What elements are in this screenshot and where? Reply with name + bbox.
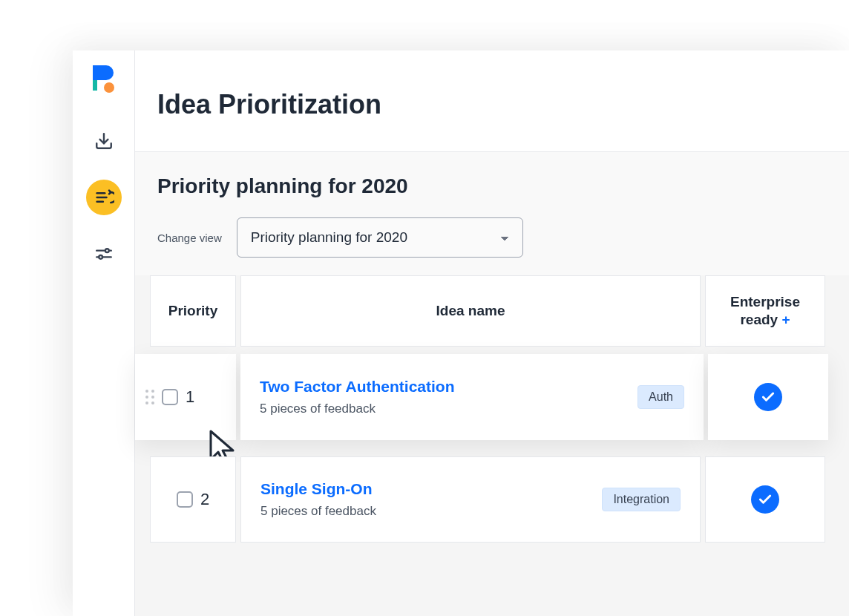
enterprise-cell: [705, 456, 825, 543]
view-section: Priority planning for 2020 Change view P…: [135, 152, 849, 275]
check-circle-icon: [751, 485, 779, 514]
idea-text: Single Sign-On 5 pieces of feedback: [260, 480, 376, 519]
table-row[interactable]: 2 Single Sign-On 5 pieces of feedback In…: [135, 456, 849, 543]
svg-point-7: [105, 249, 108, 252]
idea-cell: Two Factor Authentication 5 pieces of fe…: [240, 354, 704, 440]
download-icon[interactable]: [86, 123, 122, 159]
svg-point-9: [99, 255, 102, 259]
table-body: 1 Two Factor Authentication 5 pieces of …: [135, 354, 849, 543]
column-enterprise-ready[interactable]: Enterprise ready +: [705, 275, 825, 347]
add-column-icon[interactable]: +: [781, 312, 790, 327]
page-title: Idea Prioritization: [157, 89, 827, 120]
caret-down-icon: [500, 229, 509, 246]
table-header: Priority Idea name Enterprise ready +: [135, 275, 849, 347]
check-circle-icon: [754, 383, 782, 411]
idea-feedback-count: 5 pieces of feedback: [260, 504, 376, 519]
page-header: Idea Prioritization: [135, 50, 849, 152]
table-area: Priority Idea name Enterprise ready + 1: [135, 275, 849, 616]
view-select[interactable]: Priority planning for 2020: [237, 217, 523, 258]
view-select-value: Priority planning for 2020: [251, 229, 407, 246]
view-label: Change view: [157, 232, 222, 244]
idea-feedback-count: 5 pieces of feedback: [260, 402, 455, 416]
drag-handle-icon[interactable]: [145, 390, 154, 404]
section-title: Priority planning for 2020: [157, 174, 827, 198]
priority-number: 2: [200, 490, 209, 509]
app-logo: [93, 65, 115, 95]
table-row[interactable]: 1 Two Factor Authentication 5 pieces of …: [135, 354, 849, 440]
idea-tag[interactable]: Auth: [637, 385, 684, 409]
row-checkbox[interactable]: [162, 389, 178, 405]
row-checkbox[interactable]: [177, 491, 193, 508]
idea-title-link[interactable]: Single Sign-On: [260, 480, 376, 498]
sidebar: [73, 50, 135, 616]
svg-point-1: [104, 82, 114, 93]
idea-title-link[interactable]: Two Factor Authentication: [260, 378, 455, 396]
prioritization-icon[interactable]: [86, 180, 122, 215]
column-priority: Priority: [150, 275, 236, 347]
settings-sliders-icon[interactable]: [86, 236, 122, 272]
main-content: Idea Prioritization Priority planning fo…: [135, 50, 849, 616]
priority-cell: 1: [135, 354, 236, 440]
view-row: Change view Priority planning for 2020: [157, 217, 827, 258]
idea-cell: Single Sign-On 5 pieces of feedback Inte…: [240, 456, 701, 543]
idea-text: Two Factor Authentication 5 pieces of fe…: [260, 378, 455, 416]
app-window: Idea Prioritization Priority planning fo…: [73, 50, 849, 616]
priority-number: 1: [186, 387, 194, 407]
column-idea-name: Idea name: [240, 275, 701, 347]
idea-tag[interactable]: Integration: [602, 488, 681, 511]
enterprise-cell: [708, 354, 828, 440]
priority-cell: 2: [150, 456, 236, 543]
